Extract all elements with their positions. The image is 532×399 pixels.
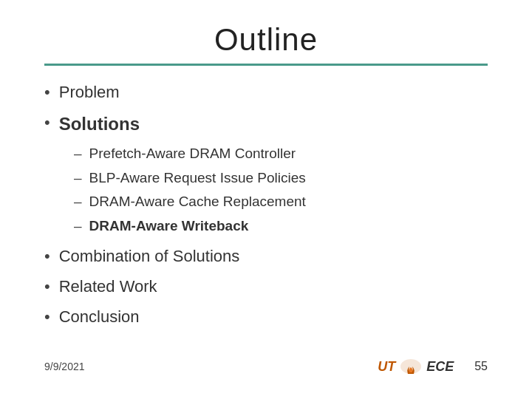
ece-logo-text: ECE (426, 359, 454, 375)
bullet-solutions-label: Solutions (59, 112, 140, 137)
bullet-conclusion-label: Conclusion (59, 306, 140, 329)
sub-dram-writeback-label: DRAM-Aware Writeback (89, 216, 249, 237)
sub-prefetch-label: Prefetch-Aware DRAM Controller (89, 143, 296, 165)
slide-content: • Problem • Solutions – Prefetch-Aware D… (44, 79, 488, 349)
bullet-symbol: • (44, 306, 50, 329)
bullet-symbol: • (44, 245, 50, 268)
dash: – (74, 191, 82, 213)
bullet-problem: • Problem (44, 79, 488, 106)
sub-blp-label: BLP-Aware Request Issue Policies (89, 168, 306, 189)
bullet-problem-label: Problem (59, 81, 120, 104)
ut-ece-logo: UT ECE (378, 356, 454, 377)
ut-logo-text: UT (378, 359, 395, 375)
sub-dram-cache-label: DRAM-Aware Cache Replacement (89, 191, 306, 213)
dash: – (74, 143, 82, 165)
footer-right: UT ECE 55 (378, 356, 488, 377)
title-divider (44, 64, 488, 66)
bullet-solutions: • Solutions (44, 109, 488, 139)
bullet-conclusion: • Conclusion (44, 304, 488, 331)
sub-dram-writeback: – DRAM-Aware Writeback (74, 215, 488, 238)
sub-dram-cache: – DRAM-Aware Cache Replacement (74, 191, 488, 214)
bullet-symbol: • (44, 81, 50, 104)
bullet-symbol: • (44, 112, 50, 134)
bullet-related: • Related Work (44, 273, 488, 301)
bullet-symbol: • (44, 276, 50, 299)
sub-blp: – BLP-Aware Request Issue Policies (74, 167, 488, 190)
dash: – (74, 168, 82, 189)
sub-prefetch: – Prefetch-Aware DRAM Controller (74, 143, 488, 166)
page-number: 55 (474, 360, 488, 373)
slide-title: Outline (44, 22, 488, 58)
bullet-combination-label: Combination of Solutions (59, 245, 240, 268)
slide: Outline • Problem • Solutions – Prefetch… (0, 0, 532, 399)
solutions-sub-list: – Prefetch-Aware DRAM Controller – BLP-A… (74, 143, 488, 237)
slide-footer: 9/9/2021 UT ECE 55 (44, 349, 488, 377)
logo-flame-icon (397, 356, 425, 377)
bullet-related-label: Related Work (59, 276, 157, 299)
bullet-combination: • Combination of Solutions (44, 243, 488, 270)
footer-date: 9/9/2021 (44, 361, 85, 372)
dash: – (74, 216, 82, 237)
